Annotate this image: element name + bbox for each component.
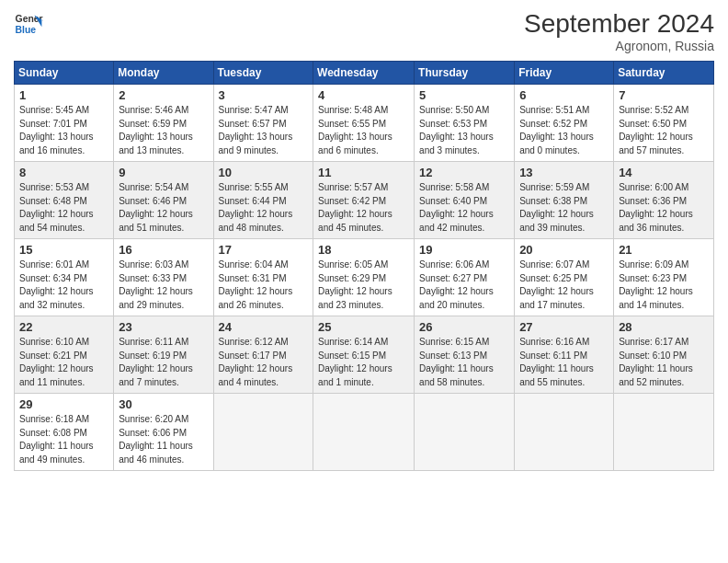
day-info: Sunrise: 6:00 AM Sunset: 6:36 PM Dayligh… — [619, 181, 709, 235]
calendar-cell: 28Sunrise: 6:17 AM Sunset: 6:10 PM Dayli… — [614, 316, 714, 394]
day-number: 10 — [219, 166, 309, 179]
day-number: 28 — [619, 320, 709, 334]
day-number: 7 — [619, 88, 709, 102]
day-info: Sunrise: 6:16 AM Sunset: 6:11 PM Dayligh… — [519, 336, 609, 389]
day-number: 6 — [519, 88, 609, 102]
day-number: 14 — [619, 166, 709, 179]
day-info: Sunrise: 6:09 AM Sunset: 6:23 PM Dayligh… — [619, 259, 709, 312]
day-info: Sunrise: 6:05 AM Sunset: 6:29 PM Dayligh… — [318, 259, 409, 312]
calendar-cell: 11Sunrise: 5:57 AM Sunset: 6:42 PM Dayli… — [313, 162, 415, 239]
day-info: Sunrise: 6:06 AM Sunset: 6:27 PM Dayligh… — [419, 259, 509, 312]
day-info: Sunrise: 6:11 AM Sunset: 6:19 PM Dayligh… — [119, 336, 208, 389]
day-info: Sunrise: 5:52 AM Sunset: 6:50 PM Dayligh… — [619, 104, 709, 157]
day-number: 25 — [318, 320, 409, 334]
day-number: 3 — [219, 88, 309, 102]
day-number: 29 — [19, 397, 108, 411]
calendar-cell: 13Sunrise: 5:59 AM Sunset: 6:38 PM Dayli… — [515, 162, 614, 239]
col-tuesday: Tuesday — [213, 62, 313, 85]
day-info: Sunrise: 5:53 AM Sunset: 6:48 PM Dayligh… — [19, 181, 108, 235]
calendar-cell: 26Sunrise: 6:15 AM Sunset: 6:13 PM Dayli… — [415, 316, 515, 394]
day-info: Sunrise: 6:03 AM Sunset: 6:33 PM Dayligh… — [119, 259, 208, 312]
day-info: Sunrise: 5:51 AM Sunset: 6:52 PM Dayligh… — [519, 104, 609, 157]
month-title: September 2024 — [524, 9, 714, 39]
day-number: 1 — [19, 88, 108, 102]
day-number: 23 — [119, 320, 208, 334]
day-number: 21 — [619, 243, 709, 257]
day-info: Sunrise: 6:17 AM Sunset: 6:10 PM Dayligh… — [619, 336, 709, 389]
day-number: 26 — [419, 320, 509, 334]
day-info: Sunrise: 5:47 AM Sunset: 6:57 PM Dayligh… — [219, 104, 309, 157]
day-info: Sunrise: 6:10 AM Sunset: 6:21 PM Dayligh… — [19, 336, 108, 389]
week-row-4: 22Sunrise: 6:10 AM Sunset: 6:21 PM Dayli… — [15, 316, 714, 394]
day-number: 16 — [119, 243, 208, 257]
day-info: Sunrise: 6:14 AM Sunset: 6:15 PM Dayligh… — [318, 336, 409, 389]
col-saturday: Saturday — [614, 62, 714, 85]
calendar-cell: 21Sunrise: 6:09 AM Sunset: 6:23 PM Dayli… — [614, 239, 714, 316]
svg-text:Blue: Blue — [16, 25, 37, 35]
col-friday: Friday — [515, 62, 614, 85]
week-row-3: 15Sunrise: 6:01 AM Sunset: 6:34 PM Dayli… — [15, 239, 714, 316]
day-number: 20 — [519, 243, 609, 257]
day-info: Sunrise: 6:04 AM Sunset: 6:31 PM Dayligh… — [219, 259, 309, 312]
calendar-cell: 7Sunrise: 5:52 AM Sunset: 6:50 PM Daylig… — [614, 85, 714, 162]
day-info: Sunrise: 5:48 AM Sunset: 6:55 PM Dayligh… — [318, 104, 409, 157]
calendar-cell: 23Sunrise: 6:11 AM Sunset: 6:19 PM Dayli… — [114, 316, 213, 394]
calendar-cell — [313, 394, 415, 471]
week-row-5: 29Sunrise: 6:18 AM Sunset: 6:08 PM Dayli… — [15, 394, 714, 471]
day-info: Sunrise: 5:58 AM Sunset: 6:40 PM Dayligh… — [419, 181, 509, 235]
calendar-cell: 20Sunrise: 6:07 AM Sunset: 6:25 PM Dayli… — [515, 239, 614, 316]
col-thursday: Thursday — [415, 62, 515, 85]
day-number: 11 — [318, 166, 409, 179]
day-info: Sunrise: 5:54 AM Sunset: 6:46 PM Dayligh… — [119, 181, 208, 235]
calendar-cell — [614, 394, 714, 471]
day-number: 30 — [119, 397, 208, 411]
day-info: Sunrise: 6:20 AM Sunset: 6:06 PM Dayligh… — [119, 413, 208, 466]
calendar-cell: 24Sunrise: 6:12 AM Sunset: 6:17 PM Dayli… — [213, 316, 313, 394]
calendar-cell: 9Sunrise: 5:54 AM Sunset: 6:46 PM Daylig… — [114, 162, 213, 239]
day-number: 2 — [119, 88, 208, 102]
col-monday: Monday — [114, 62, 213, 85]
calendar-table: Sunday Monday Tuesday Wednesday Thursday… — [14, 61, 714, 471]
day-info: Sunrise: 6:12 AM Sunset: 6:17 PM Dayligh… — [219, 336, 309, 389]
calendar-cell: 29Sunrise: 6:18 AM Sunset: 6:08 PM Dayli… — [15, 394, 114, 471]
day-number: 13 — [519, 166, 609, 179]
calendar-cell: 6Sunrise: 5:51 AM Sunset: 6:52 PM Daylig… — [515, 85, 614, 162]
day-info: Sunrise: 5:57 AM Sunset: 6:42 PM Dayligh… — [318, 181, 409, 235]
title-block: September 2024 Agronom, Russia — [524, 9, 714, 53]
calendar-cell — [515, 394, 614, 471]
day-info: Sunrise: 5:59 AM Sunset: 6:38 PM Dayligh… — [519, 181, 609, 235]
day-info: Sunrise: 5:50 AM Sunset: 6:53 PM Dayligh… — [419, 104, 509, 157]
logo-icon: General Blue — [14, 9, 43, 39]
header: General Blue September 2024 Agronom, Rus… — [14, 9, 714, 53]
day-number: 5 — [419, 88, 509, 102]
day-number: 4 — [318, 88, 409, 102]
day-number: 27 — [519, 320, 609, 334]
calendar-cell: 8Sunrise: 5:53 AM Sunset: 6:48 PM Daylig… — [15, 162, 114, 239]
calendar-cell: 5Sunrise: 5:50 AM Sunset: 6:53 PM Daylig… — [415, 85, 515, 162]
calendar-cell: 12Sunrise: 5:58 AM Sunset: 6:40 PM Dayli… — [415, 162, 515, 239]
col-wednesday: Wednesday — [313, 62, 415, 85]
day-number: 18 — [318, 243, 409, 257]
day-number: 12 — [419, 166, 509, 179]
calendar-cell: 3Sunrise: 5:47 AM Sunset: 6:57 PM Daylig… — [213, 85, 313, 162]
header-row: Sunday Monday Tuesday Wednesday Thursday… — [15, 62, 714, 85]
page: General Blue September 2024 Agronom, Rus… — [0, 0, 728, 563]
location: Agronom, Russia — [524, 39, 714, 53]
calendar-cell: 22Sunrise: 6:10 AM Sunset: 6:21 PM Dayli… — [15, 316, 114, 394]
day-info: Sunrise: 6:07 AM Sunset: 6:25 PM Dayligh… — [519, 259, 609, 312]
calendar-cell: 1Sunrise: 5:45 AM Sunset: 7:01 PM Daylig… — [15, 85, 114, 162]
day-number: 19 — [419, 243, 509, 257]
col-sunday: Sunday — [15, 62, 114, 85]
calendar-cell: 15Sunrise: 6:01 AM Sunset: 6:34 PM Dayli… — [15, 239, 114, 316]
calendar-cell — [415, 394, 515, 471]
calendar-cell: 19Sunrise: 6:06 AM Sunset: 6:27 PM Dayli… — [415, 239, 515, 316]
calendar-cell: 14Sunrise: 6:00 AM Sunset: 6:36 PM Dayli… — [614, 162, 714, 239]
calendar-cell: 18Sunrise: 6:05 AM Sunset: 6:29 PM Dayli… — [313, 239, 415, 316]
day-number: 24 — [219, 320, 309, 334]
day-number: 8 — [19, 166, 108, 179]
day-info: Sunrise: 6:01 AM Sunset: 6:34 PM Dayligh… — [19, 259, 108, 312]
week-row-2: 8Sunrise: 5:53 AM Sunset: 6:48 PM Daylig… — [15, 162, 714, 239]
day-info: Sunrise: 5:45 AM Sunset: 7:01 PM Dayligh… — [19, 104, 108, 157]
calendar-cell: 17Sunrise: 6:04 AM Sunset: 6:31 PM Dayli… — [213, 239, 313, 316]
day-number: 15 — [19, 243, 108, 257]
